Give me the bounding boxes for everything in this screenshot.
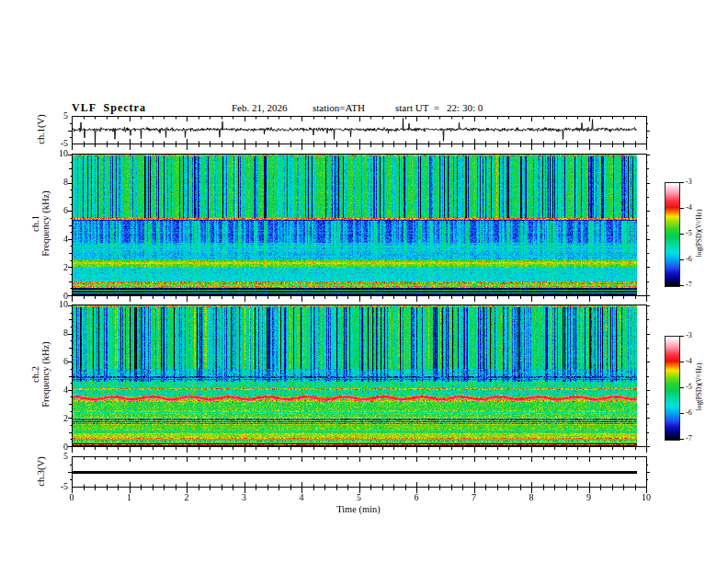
ch2-colorbar-axis-title: log(PSD)(V²/Hz) bbox=[695, 332, 703, 442]
ch1-waveform-panel bbox=[66, 116, 652, 152]
cb2-ticklabel--6: -6 bbox=[686, 409, 692, 417]
ch3-waveform-panel bbox=[66, 456, 652, 495]
spec1-ytick-4: 4 bbox=[44, 234, 68, 244]
cb1-tickmark--7 bbox=[680, 285, 684, 286]
x-tick-9: 9 bbox=[578, 492, 600, 502]
cb2-tickmark--4 bbox=[680, 362, 684, 362]
x-tick-5: 5 bbox=[348, 492, 370, 502]
spec2-ytick-2: 2 bbox=[44, 413, 68, 423]
ch1-spectrogram-panel bbox=[66, 154, 652, 304]
ch1-colorbar-axis-title: log(PSD)(V²/Hz) bbox=[695, 178, 703, 289]
spec2-ytick-0: 0 bbox=[44, 442, 68, 452]
cb1-ticklabel--3: -3 bbox=[686, 178, 692, 186]
ch2-spectrogram-panel bbox=[66, 304, 652, 454]
station-label: station=ATH bbox=[313, 102, 365, 113]
cb2-tickmark--3 bbox=[680, 336, 684, 337]
vlf-spectra-figure: VLF Spectra Feb. 21, 2026 station=ATH st… bbox=[0, 0, 728, 563]
x-tick-8: 8 bbox=[520, 492, 542, 502]
date-label: Feb. 21, 2026 bbox=[232, 102, 288, 113]
x-tick-3: 3 bbox=[233, 492, 256, 502]
cb1-tickmark--4 bbox=[680, 208, 684, 209]
ch1-label-text: ch.1 bbox=[30, 215, 40, 232]
time-axis-title: Time (min) bbox=[322, 504, 395, 514]
cb1-tickmark--6 bbox=[680, 259, 684, 260]
wave1-ytick-5: 5 bbox=[44, 110, 68, 121]
x-tick-0: 0 bbox=[61, 492, 83, 502]
cb1-ticklabel--4: -4 bbox=[686, 204, 692, 212]
cb1-tickmark--5 bbox=[680, 234, 684, 235]
wave1-ytick-neg5: -5 bbox=[44, 138, 68, 148]
ch2-colorbar bbox=[665, 336, 680, 441]
x-tick-7: 7 bbox=[463, 492, 485, 502]
x-tick-10: 10 bbox=[635, 492, 657, 502]
cb2-ticklabel--4: -4 bbox=[686, 358, 692, 365]
cb1-tickmark--3 bbox=[680, 182, 684, 183]
spec2-ytick-6: 6 bbox=[44, 356, 68, 366]
cb1-ticklabel--6: -6 bbox=[686, 256, 692, 263]
x-tick-2: 2 bbox=[176, 492, 198, 502]
spec1-ytick-8: 8 bbox=[44, 177, 68, 187]
spec1-ytick-10: 10 bbox=[44, 148, 68, 158]
cb1-ticklabel--5: -5 bbox=[686, 230, 692, 237]
spec2-ytick-8: 8 bbox=[44, 327, 68, 338]
page-title: VLF Spectra bbox=[72, 101, 146, 115]
cb2-ticklabel--5: -5 bbox=[686, 384, 692, 391]
cb2-ticklabel--3: -3 bbox=[686, 332, 692, 339]
x-tick-6: 6 bbox=[405, 492, 427, 502]
wave3-ytick-5: 5 bbox=[44, 451, 68, 461]
start-ut-label: start UT = 22: 30: 0 bbox=[395, 102, 483, 113]
wave3-ytick-neg5: -5 bbox=[44, 481, 68, 491]
spec1-ytick-6: 6 bbox=[44, 205, 68, 215]
spec2-ytick-10: 10 bbox=[44, 299, 68, 309]
x-tick-1: 1 bbox=[119, 492, 141, 502]
x-tick-4: 4 bbox=[290, 492, 313, 502]
spec2-ytick-4: 4 bbox=[44, 385, 68, 395]
ch1-colorbar bbox=[665, 182, 680, 287]
cb2-tickmark--5 bbox=[680, 387, 684, 388]
ch1-frequency-units-text: Frequency (kHz) bbox=[40, 190, 51, 256]
cb1-ticklabel--7: -7 bbox=[686, 282, 692, 289]
spec1-ytick-2: 2 bbox=[44, 262, 68, 272]
cb2-tickmark--7 bbox=[680, 439, 684, 440]
cb2-ticklabel--7: -7 bbox=[686, 435, 692, 442]
cb2-tickmark--6 bbox=[680, 413, 684, 414]
ch3-volts-axis-title: ch.3(V) bbox=[36, 380, 46, 563]
